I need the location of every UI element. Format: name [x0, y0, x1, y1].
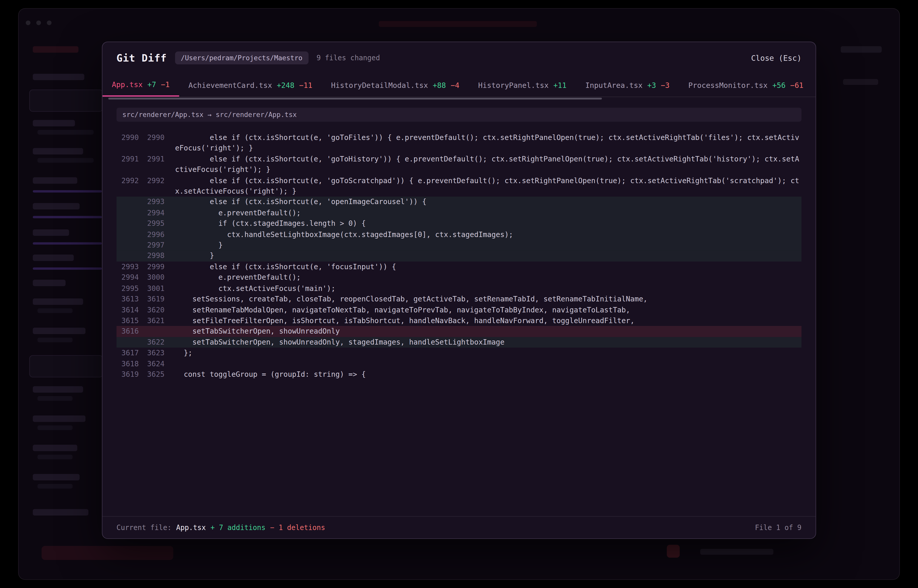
old-line-number: 3613 [117, 294, 139, 304]
code-text: else if (ctx.isShortcut(e, 'goToFiles'))… [175, 132, 801, 154]
diff-line: 3622 setTabSwitcherOpen, showUnreadOnly,… [117, 337, 801, 347]
new-line-number: 3624 [142, 359, 165, 369]
close-button[interactable]: Close (Esc) [751, 53, 801, 62]
new-line-number: 3623 [142, 347, 165, 359]
diff-line: 3616 setTabSwitcherOpen, showUnreadOnly [117, 326, 801, 337]
file-tab-label: AchievementCard.tsx [188, 81, 272, 89]
code-text: const toggleGroup = (groupId: string) =>… [175, 369, 801, 380]
new-line-number: 3625 [142, 369, 165, 380]
diff-line: 29912991 else if (ctx.isShortcut(e, 'goT… [117, 154, 801, 175]
new-line-number: 3622 [142, 337, 165, 347]
file-position: File 1 of 9 [755, 523, 801, 531]
file-tab-label: HistoryDetailModal.tsx [331, 81, 428, 89]
deletions-count: − 1 deletions [270, 523, 325, 531]
code-text: else if (ctx.isShortcut(e, 'openImageCar… [175, 197, 801, 208]
filepath-from: src/renderer/App.tsx [122, 111, 204, 119]
code-text: setTabSwitcherOpen, showUnreadOnly, stag… [175, 337, 801, 347]
diff-line: 29932999 else if (ctx.isShortcut(e, 'foc… [117, 262, 801, 272]
app-window: Git Diff /Users/pedram/Projects/Maestro … [18, 8, 900, 580]
files-changed-count: 9 files changed [316, 54, 380, 62]
tab-additions: +11 [553, 81, 567, 89]
new-line-number: 2991 [142, 154, 165, 165]
code-text: e.preventDefault(); [175, 208, 801, 218]
old-line-number: 2995 [117, 283, 139, 294]
modal-title: Git Diff [117, 52, 167, 64]
code-text: }; [175, 347, 801, 359]
new-line-number: 3621 [142, 315, 165, 326]
file-tab-bar: App.tsx+7−1AchievementCard.tsx+248−11His… [102, 74, 816, 97]
code-text: else if (ctx.isShortcut(e, 'focusInput')… [175, 262, 801, 272]
tab-additions: +7 [147, 80, 156, 89]
code-text: setSessions, createTab, closeTab, reopen… [175, 294, 801, 304]
new-line-number: 3000 [142, 272, 165, 283]
filepath-bar: src/renderer/App.tsx → src/renderer/App.… [117, 108, 801, 122]
file-tab-processmonitor-tsx[interactable]: ProcessMonitor.tsx+56−61 [679, 74, 813, 97]
modal-header: Git Diff /Users/pedram/Projects/Maestro … [102, 42, 816, 74]
diff-line: 2996 ctx.handleSetLightboxImage(ctx.stag… [117, 229, 801, 240]
tab-additions: +56 [772, 81, 785, 89]
code-text: ctx.handleSetLightboxImage(ctx.stagedIma… [175, 229, 801, 240]
file-tab-achievementcard-tsx[interactable]: AchievementCard.tsx+248−11 [179, 74, 322, 97]
code-text: } [175, 240, 801, 250]
old-line-number: 3614 [117, 304, 139, 315]
code-text: else if (ctx.isShortcut(e, 'goToHistory'… [175, 154, 801, 175]
diff-line: 36183624 [117, 359, 801, 369]
file-tab-label: ProcessMonitor.tsx [688, 81, 767, 89]
old-line-number: 3617 [117, 347, 139, 359]
old-line-number: 2993 [117, 262, 139, 272]
file-tab-inputarea-tsx[interactable]: InputArea.tsx+3−3 [576, 74, 679, 97]
file-tab-stand[interactable]: Stand [813, 74, 816, 97]
old-line-number: 3619 [117, 369, 139, 380]
file-tab-app-tsx[interactable]: App.tsx+7−1 [102, 74, 179, 97]
old-line-number: 3615 [117, 315, 139, 326]
code-text: setRenameTabModalOpen, navigateToNextTab… [175, 304, 801, 315]
new-line-number: 2999 [142, 262, 165, 272]
diff-line: 29943000 e.preventDefault(); [117, 272, 801, 283]
diff-line: 2995 if (ctx.stagedImages.length > 0) { [117, 218, 801, 229]
new-line-number: 2993 [142, 197, 165, 208]
new-line-number: 3001 [142, 283, 165, 294]
old-line-number: 2991 [117, 154, 139, 165]
diff-line: 29902990 else if (ctx.isShortcut(e, 'goT… [117, 132, 801, 154]
new-line-number: 2997 [142, 240, 165, 250]
code-text: if (ctx.stagedImages.length > 0) { [175, 218, 801, 229]
diff-line: 36153621 setFileTreeFilterOpen, isShortc… [117, 315, 801, 326]
arrow-icon: → [207, 111, 212, 119]
diff-line: 36173623 }; [117, 347, 801, 359]
diff-line: 36133619 setSessions, createTab, closeTa… [117, 294, 801, 304]
diff-line: 2994 e.preventDefault(); [117, 208, 801, 218]
old-line-number: 2990 [117, 132, 139, 143]
file-tab-historypanel-tsx[interactable]: HistoryPanel.tsx+11 [469, 74, 576, 97]
new-line-number: 3620 [142, 304, 165, 315]
current-file-label: Current file: [117, 523, 172, 531]
code-text: e.preventDefault(); [175, 272, 801, 283]
filepath-to: src/renderer/App.tsx [216, 111, 297, 119]
tab-additions: +88 [433, 81, 446, 89]
old-line-number: 3616 [117, 326, 139, 337]
current-file-name: App.tsx [176, 523, 206, 531]
new-line-number: 2996 [142, 229, 165, 240]
new-line-number: 2990 [142, 132, 165, 143]
diff-line: 29922992 else if (ctx.isShortcut(e, 'goT… [117, 175, 801, 197]
new-line-number: 2998 [142, 251, 165, 262]
screen: Git Diff /Users/pedram/Projects/Maestro … [0, 0, 918, 588]
diff-lines: 29902990 else if (ctx.isShortcut(e, 'goT… [117, 132, 801, 380]
new-line-number: 2992 [142, 175, 165, 186]
code-text: setTabSwitcherOpen, showUnreadOnly [175, 326, 801, 337]
code-text: else if (ctx.isShortcut(e, 'goToScratchp… [175, 175, 801, 197]
tab-deletions: −3 [661, 81, 670, 89]
tab-deletions: −61 [790, 81, 803, 89]
code-text: ctx.setActiveFocus('main'); [175, 283, 801, 294]
old-line-number: 3618 [117, 359, 139, 369]
diff-line: 29953001 ctx.setActiveFocus('main'); [117, 283, 801, 294]
new-line-number: 2995 [142, 218, 165, 229]
additions-count: + 7 additions [210, 523, 266, 531]
diff-line: 2993 else if (ctx.isShortcut(e, 'openIma… [117, 197, 801, 208]
new-line-number: 3619 [142, 294, 165, 304]
diff-line: 36143620 setRenameTabModalOpen, navigate… [117, 304, 801, 315]
tab-deletions: −4 [450, 81, 460, 89]
code-text: } [175, 251, 801, 262]
new-line-number: 2994 [142, 208, 165, 218]
file-tab-historydetailmodal-tsx[interactable]: HistoryDetailModal.tsx+88−4 [322, 74, 469, 97]
file-tab-label: InputArea.tsx [585, 81, 643, 89]
